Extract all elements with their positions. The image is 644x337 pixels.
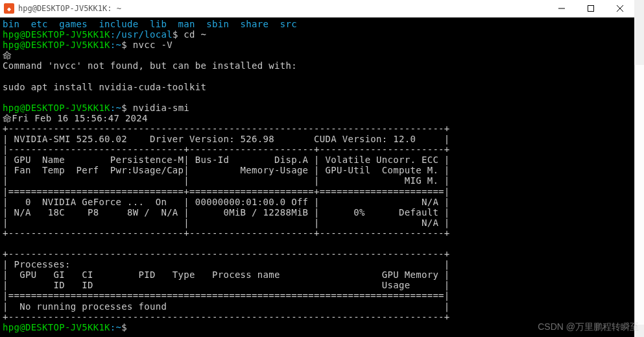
left-cutoff-char: 命 bbox=[3, 50, 632, 60]
smi-eq: |===============================+=======… bbox=[3, 186, 632, 197]
svg-rect-1 bbox=[588, 6, 593, 12]
right-panel-edge bbox=[634, 65, 644, 325]
smi-row1: | 0 NVIDIA GeForce ... On | 00000000:01:… bbox=[3, 197, 632, 207]
smi-border-top: +---------------------------------------… bbox=[3, 123, 632, 134]
proc-h3: | ID ID Usage | bbox=[3, 280, 632, 290]
terminal-content[interactable]: bin etc games include lib man sbin share… bbox=[0, 18, 634, 337]
smi-date-line: 命Fri Feb 16 15:56:47 2024 bbox=[3, 113, 632, 123]
proc-h1: | Processes: | bbox=[3, 259, 632, 269]
titlebar[interactable]: ◆ hpg@DESKTOP-JV5KK1K: ~ bbox=[0, 0, 634, 18]
minimize-button[interactable] bbox=[547, 0, 576, 18]
prompt-line-1: hpg@DESKTOP-JV5KK1K:/usr/local$ cd ~ bbox=[3, 29, 632, 40]
blank-2 bbox=[3, 92, 632, 103]
smi-cols3: | | | MIG M. | bbox=[3, 175, 632, 186]
prompt-line-3: hpg@DESKTOP-JV5KK1K:~$ nvidia-smi bbox=[3, 103, 632, 113]
directory-listing: bin etc games include lib man sbin share… bbox=[3, 19, 632, 29]
window-frame: ◆ hpg@DESKTOP-JV5KK1K: ~ bin etc games i… bbox=[0, 0, 634, 337]
nvcc-error: Command 'nvcc' not found, but can be ins… bbox=[3, 60, 632, 71]
blank-3 bbox=[3, 238, 632, 249]
close-button[interactable] bbox=[605, 0, 634, 18]
smi-header: | NVIDIA-SMI 525.60.02 Driver Version: 5… bbox=[3, 134, 632, 144]
proc-h2: | GPU GI CI PID Type Process name GPU Me… bbox=[3, 269, 632, 280]
smi-cols2: | Fan Temp Perf Pwr:Usage/Cap| Memory-Us… bbox=[3, 165, 632, 175]
proc-eq: |=======================================… bbox=[3, 290, 632, 301]
maximize-button[interactable] bbox=[576, 0, 605, 18]
smi-row2: | N/A 18C P8 8W / N/A | 0MiB / 12288MiB … bbox=[3, 207, 632, 218]
window-title: hpg@DESKTOP-JV5KK1K: ~ bbox=[18, 4, 547, 13]
proc-bot: +---------------------------------------… bbox=[3, 312, 632, 322]
app-icon: ◆ bbox=[4, 3, 14, 14]
proc-none: | No running processes found | bbox=[3, 301, 632, 312]
install-suggestion: sudo apt install nvidia-cuda-toolkit bbox=[3, 82, 632, 92]
smi-row3: | | | N/A | bbox=[3, 218, 632, 228]
smi-sep: |-------------------------------+-------… bbox=[3, 144, 632, 155]
proc-top: +---------------------------------------… bbox=[3, 249, 632, 259]
smi-cols1: | GPU Name Persistence-M| Bus-Id Disp.A … bbox=[3, 155, 632, 165]
prompt-line-2: hpg@DESKTOP-JV5KK1K:~$ nvcc -V bbox=[3, 40, 632, 50]
window-controls bbox=[547, 0, 634, 18]
watermark-text: CSDN @万里鹏程转瞬至 bbox=[538, 321, 639, 333]
blank-1 bbox=[3, 71, 632, 81]
smi-border-bot: +-------------------------------+-------… bbox=[3, 228, 632, 238]
